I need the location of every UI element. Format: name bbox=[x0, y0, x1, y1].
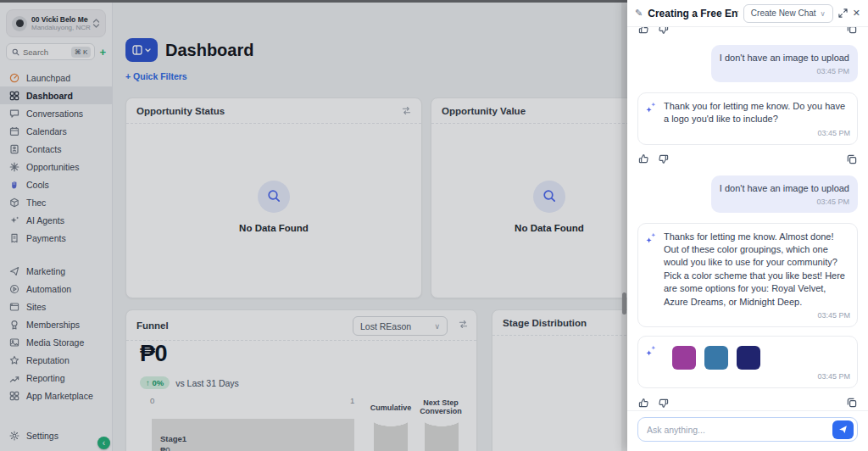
color-swatch-azure-dreams[interactable] bbox=[704, 346, 728, 370]
window-top-edge bbox=[0, 0, 627, 3]
stage-value: ₱0 bbox=[160, 445, 170, 451]
sidebar-item-payments[interactable]: Payments bbox=[0, 229, 112, 247]
cube-icon bbox=[8, 198, 19, 208]
bot-message-swatches: 03:45 PM bbox=[637, 336, 858, 388]
widget-title: Opportunity Status bbox=[136, 106, 225, 116]
sidebar-item-app-marketplace[interactable]: App Marketplace bbox=[0, 387, 112, 404]
scrollbar-thumb[interactable] bbox=[622, 292, 626, 315]
copy-icon[interactable] bbox=[847, 398, 857, 408]
sidebar-item-media-storage[interactable]: Media Storage bbox=[0, 333, 112, 351]
sidebar-item-automation[interactable]: Automation bbox=[0, 280, 112, 298]
chat-title: Creating a Free Entrepr... bbox=[648, 8, 738, 19]
opportunity-status-widget: Opportunity Status No Data Found bbox=[125, 97, 422, 298]
thumbs-down-icon[interactable] bbox=[658, 27, 669, 35]
sidebar-item-settings[interactable]: Settings bbox=[0, 426, 112, 444]
empty-state-text: No Data Found bbox=[239, 223, 309, 233]
ai-sparkle-icon bbox=[645, 344, 658, 381]
search-field[interactable] bbox=[23, 47, 68, 57]
main-scrollbar[interactable] bbox=[621, 3, 627, 451]
sidebar-item-reputation[interactable]: Reputation bbox=[0, 351, 112, 369]
axis-max-label: 1 bbox=[350, 396, 354, 405]
widget-title: Stage Distribution bbox=[503, 318, 587, 328]
trend-icon bbox=[8, 373, 19, 383]
funnel-total-value: ₱0 bbox=[140, 341, 167, 367]
launchpad-icon bbox=[8, 73, 19, 83]
star-icon bbox=[8, 355, 19, 365]
message-time: 03:45 PM bbox=[720, 198, 849, 206]
thumbs-down-icon[interactable] bbox=[658, 398, 669, 409]
widget-title: Opportunity Value bbox=[442, 106, 526, 116]
cumulative-column bbox=[374, 417, 408, 451]
sidebar-item-cools[interactable]: Cools bbox=[0, 175, 112, 193]
layout-icon bbox=[132, 45, 142, 55]
sidebar-collapse-button[interactable]: ‹ bbox=[97, 437, 110, 449]
chevron-up-down-icon bbox=[92, 19, 100, 28]
ai-sparkle-icon bbox=[645, 231, 658, 320]
axis-min-label: 0 bbox=[150, 396, 154, 405]
message-time: 03:45 PM bbox=[664, 311, 850, 320]
account-location: Mandaluyong, NCR bbox=[31, 24, 88, 31]
empty-state-text: No Data Found bbox=[515, 223, 584, 233]
user-message: I don't have an image to upload 03:45 PM bbox=[711, 175, 858, 213]
feedback-row bbox=[637, 27, 858, 36]
sidebar-item-launchpad[interactable]: Launchpad bbox=[0, 69, 112, 86]
thumbs-up-icon[interactable] bbox=[638, 153, 649, 164]
sidebar-item-ai-agents[interactable]: AI Agents bbox=[0, 211, 112, 229]
quick-add-icon[interactable]: + bbox=[99, 47, 106, 58]
bot-message: Thanks for letting me know. Almost done!… bbox=[637, 223, 858, 327]
gear-icon bbox=[8, 431, 19, 441]
sidebar: 00 Vicki Belo Medic... Mandaluyong, NCR … bbox=[0, 3, 113, 451]
sparkle-icon bbox=[8, 215, 19, 226]
copy-icon[interactable] bbox=[847, 27, 857, 34]
quick-filters-link[interactable]: + Quick Filters bbox=[125, 71, 187, 81]
sidebar-item-sites[interactable]: Sites bbox=[0, 298, 112, 315]
page-title: Dashboard bbox=[165, 41, 253, 60]
browser-icon bbox=[8, 302, 19, 312]
close-icon[interactable]: ✕ bbox=[853, 8, 860, 19]
sidebar-item-calendars[interactable]: Calendars bbox=[0, 122, 112, 140]
pencil-icon[interactable]: ✎ bbox=[635, 8, 643, 19]
stage-name: Stage1 bbox=[160, 434, 186, 443]
funnel-widget: Funnel Lost REason ∨ ₱0 ↑ 0% vs Last 31 … bbox=[125, 309, 477, 451]
send-button[interactable] bbox=[832, 420, 854, 439]
funnel-stage-bar[interactable]: Stage1 ₱0 bbox=[152, 419, 354, 451]
grid-icon bbox=[8, 391, 19, 401]
search-input[interactable]: ⌘ K bbox=[6, 43, 95, 60]
copy-icon[interactable] bbox=[847, 154, 857, 164]
sidebar-item-dashboard[interactable]: Dashboard bbox=[0, 86, 112, 104]
sidebar-item-conversations[interactable]: Conversations bbox=[0, 104, 112, 122]
expand-icon[interactable] bbox=[838, 8, 848, 18]
sidebar-item-marketing[interactable]: Marketing bbox=[0, 262, 112, 280]
color-swatch-midnight-deep[interactable] bbox=[737, 346, 760, 370]
sidebar-item-memberships[interactable]: Memberships bbox=[0, 315, 112, 333]
receipt-icon bbox=[8, 233, 19, 243]
thumbs-up-icon[interactable] bbox=[638, 398, 649, 409]
account-name: 00 Vicki Belo Medic... bbox=[31, 15, 88, 24]
chat-composer bbox=[627, 410, 868, 451]
funnel-filter-select[interactable]: Lost REason ∨ bbox=[353, 316, 448, 336]
sidebar-item-contacts[interactable]: Contacts bbox=[0, 140, 112, 158]
thumbs-up-icon[interactable] bbox=[638, 27, 649, 35]
color-swatch-royal-velvet[interactable] bbox=[672, 346, 696, 370]
account-switcher[interactable]: 00 Vicki Belo Medic... Mandaluyong, NCR bbox=[6, 9, 106, 37]
bot-message: Thank you for letting me know. Do you ha… bbox=[637, 92, 858, 145]
search-shortcut-badge: ⌘ K bbox=[71, 47, 92, 58]
create-new-chat-button[interactable]: Create New Chat ∨ bbox=[743, 4, 833, 23]
widget-options-icon[interactable] bbox=[402, 106, 411, 115]
chat-input[interactable] bbox=[647, 425, 827, 435]
next-step-header: Next Step Conversion bbox=[412, 398, 470, 416]
thumbs-down-icon[interactable] bbox=[658, 153, 669, 164]
dashboard-icon bbox=[8, 91, 19, 101]
search-icon bbox=[12, 48, 19, 56]
image-icon bbox=[8, 337, 19, 348]
user-message: I don't have an image to upload 03:45 PM bbox=[711, 45, 858, 82]
sidebar-item-thec[interactable]: Thec bbox=[0, 193, 112, 211]
sidebar-nav: Launchpad Dashboard Conversations Calend… bbox=[0, 69, 112, 404]
chevron-down-icon bbox=[145, 48, 151, 53]
message-time: 03:45 PM bbox=[720, 67, 849, 75]
sidebar-item-reporting[interactable]: Reporting bbox=[0, 369, 112, 387]
calendar-icon bbox=[8, 126, 19, 136]
sidebar-item-opportunities[interactable]: Opportunities bbox=[0, 158, 112, 175]
dashboard-selector-button[interactable] bbox=[125, 38, 158, 62]
widget-options-icon[interactable] bbox=[459, 320, 468, 329]
